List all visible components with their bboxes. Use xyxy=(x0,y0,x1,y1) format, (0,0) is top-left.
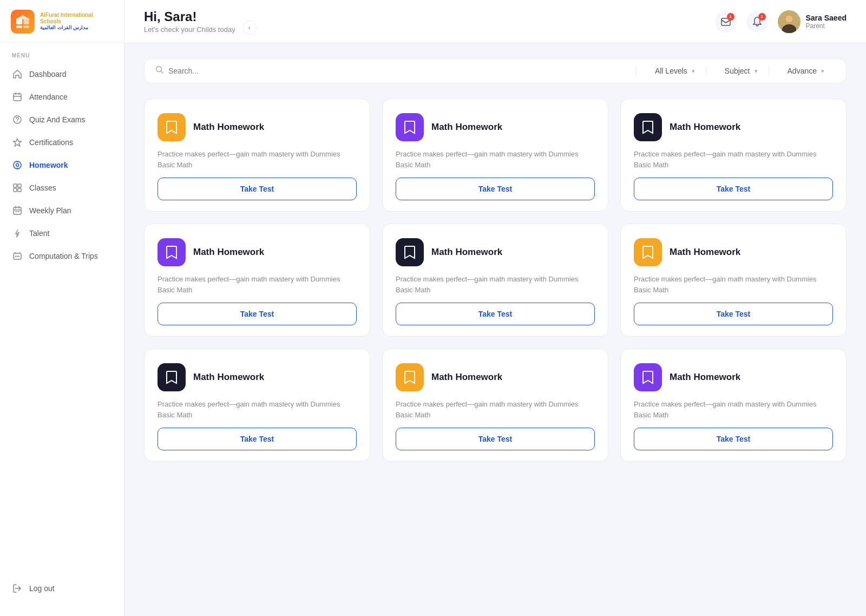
card-header: Math Homework xyxy=(158,363,357,391)
card-title: Math Homework xyxy=(193,372,264,383)
card-icon xyxy=(158,238,186,266)
sidebar-item-computation[interactable]: Computation & Trips xyxy=(0,245,124,267)
svg-rect-5 xyxy=(14,94,21,101)
mail-button[interactable]: 1 xyxy=(715,11,737,32)
home-icon xyxy=(12,69,23,80)
card-title: Math Homework xyxy=(670,122,740,133)
card-description: Practice makes perfect—gain math mastery… xyxy=(396,149,595,170)
card-description: Practice makes perfect—gain math mastery… xyxy=(158,274,357,295)
take-test-button[interactable]: Take Test xyxy=(396,303,595,325)
take-test-button[interactable]: Take Test xyxy=(158,178,357,200)
card-description: Practice makes perfect—gain math mastery… xyxy=(396,274,595,295)
svg-point-21 xyxy=(18,255,19,257)
levels-chevron-icon: ▾ xyxy=(692,68,695,75)
advance-label: Advance xyxy=(788,67,817,75)
search-wrapper xyxy=(155,65,637,76)
card-description: Practice makes perfect—gain math mastery… xyxy=(396,399,595,420)
homework-card: Math Homework Practice makes perfect—gai… xyxy=(620,349,847,462)
logo: AlFurat International Schools مدارس الفر… xyxy=(0,0,124,43)
quiz-label: Quiz And Exams xyxy=(29,115,86,124)
search-input[interactable] xyxy=(168,67,625,75)
take-test-button[interactable]: Take Test xyxy=(158,303,357,325)
card-title: Math Homework xyxy=(670,247,740,258)
card-title: Math Homework xyxy=(670,372,740,383)
computation-label: Computation & Trips xyxy=(29,252,98,260)
sidebar-item-certifications[interactable]: Certifications xyxy=(0,131,124,154)
dashboard-label: Dashboard xyxy=(29,70,67,78)
take-test-button[interactable]: Take Test xyxy=(634,428,833,450)
svg-point-19 xyxy=(15,255,16,257)
user-info[interactable]: Sara Saeed Parent xyxy=(778,10,847,33)
take-test-button[interactable]: Take Test xyxy=(634,178,833,200)
svg-rect-13 xyxy=(14,184,17,187)
topbar: Hi, Sara! Let's check your Childs today … xyxy=(124,0,866,43)
logo-ar: مدارس الفرات العالمية xyxy=(40,25,113,31)
sidebar-item-classes[interactable]: Classes xyxy=(0,176,124,199)
card-icon xyxy=(158,363,186,391)
card-header: Math Homework xyxy=(158,238,357,266)
main-wrapper: ‹ Hi, Sara! Let's check your Childs toda… xyxy=(124,0,866,616)
homework-label: Homework xyxy=(29,161,68,169)
svg-point-20 xyxy=(17,255,18,257)
sidebar-item-attendance[interactable]: Attendance xyxy=(0,86,124,108)
weekly-plan-label: Weekly Plan xyxy=(29,206,71,215)
card-icon xyxy=(634,113,662,141)
attendance-label: Attendance xyxy=(29,93,68,101)
logo-en: AlFurat International Schools xyxy=(40,12,113,25)
card-header: Math Homework xyxy=(396,363,595,391)
svg-rect-2 xyxy=(16,25,22,28)
bell-badge: 1 xyxy=(758,13,766,21)
homework-icon xyxy=(12,160,23,171)
classes-icon xyxy=(12,182,23,193)
sidebar-item-talent[interactable]: Talent xyxy=(0,222,124,245)
mail-badge: 1 xyxy=(727,13,734,21)
take-test-button[interactable]: Take Test xyxy=(158,428,357,450)
svg-point-7 xyxy=(17,121,17,122)
take-test-button[interactable]: Take Test xyxy=(634,303,833,325)
svg-rect-16 xyxy=(18,188,21,192)
card-description: Practice makes perfect—gain math mastery… xyxy=(634,274,833,295)
card-icon xyxy=(396,238,424,266)
sidebar-item-dashboard[interactable]: Dashboard xyxy=(0,63,124,86)
svg-point-10 xyxy=(16,164,19,167)
homework-card: Math Homework Practice makes perfect—gai… xyxy=(144,349,370,462)
svg-rect-15 xyxy=(14,188,17,192)
advance-dropdown[interactable]: Advance ▾ xyxy=(777,67,835,75)
take-test-button[interactable]: Take Test xyxy=(396,178,595,200)
sidebar-item-homework[interactable]: Homework xyxy=(0,154,124,176)
homework-card: Math Homework Practice makes perfect—gai… xyxy=(620,99,847,212)
search-icon xyxy=(155,65,164,76)
collapse-sidebar-button[interactable]: ‹ xyxy=(242,21,257,35)
sidebar-item-quiz[interactable]: Quiz And Exams xyxy=(0,108,124,131)
card-header: Math Homework xyxy=(634,363,833,391)
subject-label: Subject xyxy=(725,67,750,75)
svg-rect-17 xyxy=(14,207,21,214)
logout-icon xyxy=(12,583,23,594)
subject-dropdown[interactable]: Subject ▾ xyxy=(714,67,769,75)
card-title: Math Homework xyxy=(193,247,264,258)
user-text: Sara Saeed Parent xyxy=(806,14,847,30)
card-title: Math Homework xyxy=(431,122,502,133)
homework-card: Math Homework Practice makes perfect—gai… xyxy=(620,224,847,337)
quiz-icon xyxy=(12,114,23,125)
talent-icon xyxy=(12,228,23,239)
sidebar-item-weekly-plan[interactable]: Weekly Plan xyxy=(0,199,124,222)
card-icon xyxy=(396,363,424,391)
sidebar-item-logout[interactable]: Log out xyxy=(0,577,124,600)
avatar xyxy=(778,10,801,33)
logo-icon xyxy=(11,10,35,34)
card-title: Math Homework xyxy=(193,122,264,133)
card-header: Math Homework xyxy=(634,238,833,266)
classes-label: Classes xyxy=(29,184,56,192)
card-icon xyxy=(158,113,186,141)
levels-dropdown[interactable]: All Levels ▾ xyxy=(644,67,706,75)
bell-button[interactable]: 1 xyxy=(746,11,768,32)
homework-card: Math Homework Practice makes perfect—gai… xyxy=(144,224,370,337)
card-icon xyxy=(396,113,424,141)
card-header: Math Homework xyxy=(396,238,595,266)
sidebar-bottom: Log out xyxy=(0,572,124,605)
topbar-greeting: Hi, Sara! Let's check your Childs today xyxy=(144,9,235,34)
take-test-button[interactable]: Take Test xyxy=(396,428,595,450)
svg-rect-3 xyxy=(23,25,29,28)
svg-marker-4 xyxy=(16,15,29,19)
